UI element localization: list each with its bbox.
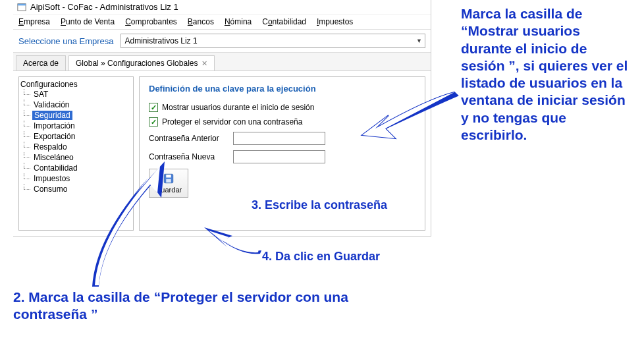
tree-item-importación[interactable]: Importación bbox=[20, 121, 132, 131]
tree-item-label: Exportación bbox=[32, 132, 76, 141]
tree-item-label: Seguridad bbox=[32, 111, 72, 120]
tree-item-contabilidad[interactable]: Contabilidad bbox=[20, 163, 132, 173]
menu-nomina[interactable]: Nómina bbox=[225, 17, 252, 26]
tree-item-sat[interactable]: SAT bbox=[20, 89, 132, 99]
annotation-right: Marca la casilla de “Mostrar usuarios du… bbox=[461, 5, 632, 144]
tree-item-consumo[interactable]: Consumo bbox=[20, 184, 132, 194]
tree-item-label: Contabilidad bbox=[32, 163, 79, 173]
menu-comprobantes[interactable]: Comprobantes bbox=[125, 17, 177, 26]
save-button-label: Guardar bbox=[155, 186, 182, 194]
tree-item-label: Consumo bbox=[32, 184, 68, 194]
svg-rect-4 bbox=[166, 179, 171, 183]
save-icon bbox=[163, 173, 174, 184]
tab-acerca-label: Acerca de bbox=[23, 59, 59, 68]
annotation-step3: 3. Escribe la contraseña bbox=[252, 198, 387, 213]
annotation-step4: 4. Da clic en Guardar bbox=[262, 249, 380, 264]
tab-global-label: Global » Configuraciones Globales bbox=[76, 59, 198, 68]
tree-panel: Configuraciones SATValidaciónSeguridadIm… bbox=[18, 76, 134, 231]
close-icon[interactable]: ✕ bbox=[201, 59, 207, 68]
company-selector-row: Seleccione una Empresa Administrativos L… bbox=[13, 29, 431, 53]
tree-item-label: SAT bbox=[32, 90, 49, 99]
tree-root[interactable]: Configuraciones bbox=[20, 80, 132, 89]
menu-empresa[interactable]: Empresa bbox=[18, 17, 50, 26]
tree-item-seguridad[interactable]: Seguridad bbox=[20, 110, 132, 121]
company-selector-input[interactable]: Administrativos Liz 1 ▼ bbox=[121, 34, 425, 48]
old-password-input[interactable] bbox=[233, 132, 325, 145]
checkbox-show-users-row: ✓ Mostrar usuarios durante el inicio de … bbox=[149, 103, 416, 112]
tree-item-label: Importación bbox=[32, 121, 76, 130]
tree-item-exportación[interactable]: Exportación bbox=[20, 131, 132, 142]
new-password-row: Contraseña Nueva bbox=[149, 150, 416, 163]
tree-item-misceláneo[interactable]: Misceláneo bbox=[20, 152, 132, 163]
menu-punto-venta[interactable]: Punto de Venta bbox=[61, 17, 115, 26]
new-password-label: Contraseña Nueva bbox=[149, 152, 228, 161]
tab-acerca[interactable]: Acerca de bbox=[16, 55, 66, 71]
menu-bancos[interactable]: Bancos bbox=[188, 17, 214, 26]
titlebar: AipiSoft - CoFac - Administrativos Liz 1 bbox=[13, 0, 431, 14]
tab-global[interactable]: Global » Configuraciones Globales ✕ bbox=[68, 55, 215, 71]
checkbox-protect-row: ✓ Proteger el servidor con una contraseñ… bbox=[149, 117, 416, 127]
tree-item-impuestos[interactable]: Impuestos bbox=[20, 173, 132, 184]
tree-item-label: Impuestos bbox=[32, 174, 71, 183]
tree-item-respaldo[interactable]: Respaldo bbox=[20, 142, 132, 152]
chevron-down-icon: ▼ bbox=[416, 38, 422, 44]
tree-item-label: Validación bbox=[32, 100, 70, 109]
app-icon bbox=[17, 3, 26, 12]
company-selector-value: Administrativos Liz 1 bbox=[125, 36, 198, 45]
company-selector-label: Seleccione una Empresa bbox=[18, 36, 114, 46]
save-button[interactable]: Guardar bbox=[149, 169, 188, 198]
checkbox-protect-label: Proteger el servidor con una contraseña bbox=[162, 117, 302, 127]
new-password-input[interactable] bbox=[233, 150, 325, 163]
checkbox-protect[interactable]: ✓ bbox=[149, 117, 158, 127]
menu-contabilidad[interactable]: Contabilidad bbox=[262, 17, 306, 26]
menubar: Empresa Punto de Venta Comprobantes Banc… bbox=[13, 14, 431, 29]
old-password-label: Contraseña Anterior bbox=[149, 134, 228, 143]
checkbox-show-users[interactable]: ✓ bbox=[149, 103, 158, 112]
tabstrip: Acerca de Global » Configuraciones Globa… bbox=[13, 53, 431, 71]
checkbox-show-users-label: Mostrar usuarios durante el inicio de se… bbox=[162, 103, 314, 112]
svg-rect-3 bbox=[166, 175, 171, 178]
menu-impuestos[interactable]: Impuestos bbox=[317, 17, 353, 26]
old-password-row: Contraseña Anterior bbox=[149, 132, 416, 145]
svg-rect-1 bbox=[18, 3, 26, 5]
form-heading: Definición de una clave para la ejecució… bbox=[149, 84, 416, 94]
tree-item-label: Misceláneo bbox=[32, 153, 75, 162]
annotation-step2: 2. Marca la casilla de “Proteger el serv… bbox=[13, 289, 421, 324]
tree-item-validación[interactable]: Validación bbox=[20, 99, 132, 110]
window-title: AipiSoft - CoFac - Administrativos Liz 1 bbox=[30, 2, 178, 12]
tree-item-label: Respaldo bbox=[32, 142, 68, 152]
